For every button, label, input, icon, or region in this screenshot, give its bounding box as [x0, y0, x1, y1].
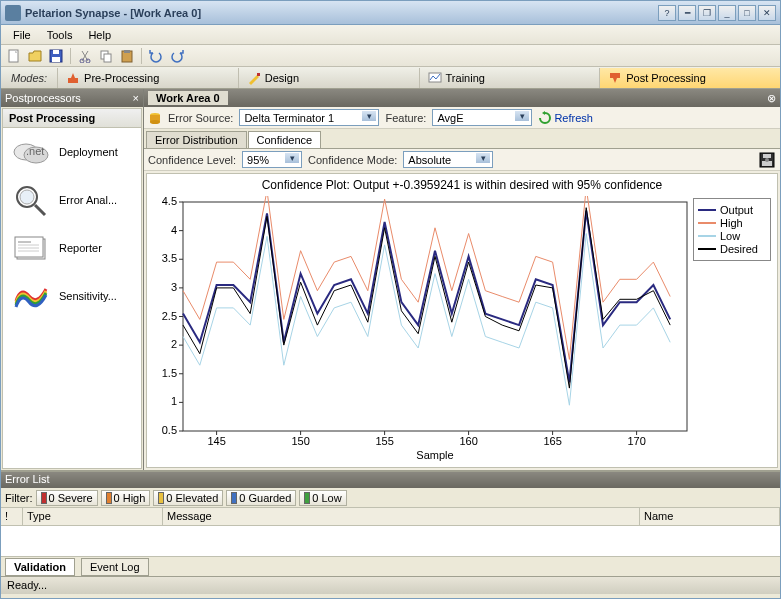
save-icon[interactable] — [47, 47, 65, 65]
conf-mode-label: Confidence Mode: — [308, 154, 397, 166]
subtab-error-distribution[interactable]: Error Distribution — [146, 131, 247, 148]
copy-icon[interactable] — [97, 47, 115, 65]
chart: Confidence Plot: Output +-0.3959241 is w… — [146, 173, 778, 468]
sidebar: Postprocessors × Post Processing .net De… — [1, 89, 144, 470]
filter-high[interactable]: 0 High — [101, 490, 151, 506]
cut-icon[interactable] — [76, 47, 94, 65]
sidebar-item-error-analysis[interactable]: Error Anal... — [3, 176, 141, 224]
redo-icon[interactable] — [168, 47, 186, 65]
svg-text:.net: .net — [26, 145, 44, 157]
sensitivity-icon — [9, 278, 53, 314]
filter-severe[interactable]: 0 Severe — [36, 490, 98, 506]
menu-help[interactable]: Help — [80, 27, 119, 43]
mode-preprocessing[interactable]: Pre-Processing — [57, 68, 238, 88]
deployment-icon: .net — [9, 134, 53, 170]
filter-label: Filter: — [5, 492, 33, 504]
sidebar-close-icon[interactable]: × — [133, 92, 139, 104]
legend-high: High — [698, 217, 766, 229]
chart-legend: OutputHighLowDesired — [693, 198, 771, 261]
filter-guarded[interactable]: 0 Guarded — [226, 490, 296, 506]
col-bang[interactable]: ! — [1, 508, 23, 525]
svg-point-18 — [20, 190, 34, 204]
disk-icon[interactable] — [758, 151, 776, 169]
maximize-button[interactable]: □ — [738, 5, 756, 21]
sidebar-item-sensitivity[interactable]: Sensitivity... — [3, 272, 141, 320]
legend-desired: Desired — [698, 243, 766, 255]
mode-training[interactable]: Training — [419, 68, 600, 88]
minimize-button[interactable]: ━ — [678, 5, 696, 21]
svg-text:1.5: 1.5 — [162, 367, 177, 379]
conf-level-select[interactable]: 95% — [242, 151, 302, 168]
subtab-confidence[interactable]: Confidence — [248, 131, 322, 148]
restore-button[interactable]: ❐ — [698, 5, 716, 21]
subtabs: Error Distribution Confidence — [144, 129, 780, 149]
legend-low: Low — [698, 230, 766, 242]
app-icon — [5, 5, 21, 21]
feature-select[interactable]: AvgE — [432, 109, 532, 126]
refresh-button[interactable]: Refresh — [538, 111, 593, 125]
sidebar-item-reporter[interactable]: Reporter — [3, 224, 141, 272]
toolbar — [1, 45, 780, 67]
svg-text:4.5: 4.5 — [162, 196, 177, 207]
svg-rect-11 — [257, 73, 260, 76]
svg-text:2: 2 — [171, 338, 177, 350]
confidence-row: Confidence Level: 95% Confidence Mode: A… — [144, 149, 780, 171]
feature-label: Feature: — [385, 112, 426, 124]
svg-text:1: 1 — [171, 395, 177, 407]
new-icon[interactable] — [5, 47, 23, 65]
svg-point-32 — [765, 158, 769, 162]
main-area: Postprocessors × Post Processing .net De… — [1, 89, 780, 470]
chart-title: Confidence Plot: Output +-0.3959241 is w… — [147, 174, 777, 196]
error-list: Error List Filter: 0 Severe0 High0 Eleva… — [1, 470, 780, 576]
svg-rect-10 — [68, 78, 78, 83]
conf-mode-select[interactable]: Absolute — [403, 151, 493, 168]
pin-icon[interactable]: ⊗ — [767, 92, 776, 105]
menu-tools[interactable]: Tools — [39, 27, 81, 43]
titlebar: Peltarion Synapse - [Work Area 0] ? ━ ❐ … — [1, 1, 780, 25]
svg-rect-9 — [124, 50, 130, 53]
content-tabbar: Work Area 0 ⊗ — [144, 89, 780, 107]
tab-event-log[interactable]: Event Log — [81, 558, 149, 576]
help-button[interactable]: ? — [658, 5, 676, 21]
menubar: File Tools Help — [1, 25, 780, 45]
paste-icon[interactable] — [118, 47, 136, 65]
error-source-select[interactable]: Delta Terminator 1 — [239, 109, 379, 126]
error-table-header: ! Type Message Name — [1, 508, 780, 526]
statusbar: Ready... — [1, 576, 780, 594]
svg-rect-13 — [610, 73, 620, 78]
filter-elevated[interactable]: 0 Elevated — [153, 490, 223, 506]
svg-text:150: 150 — [291, 435, 309, 447]
open-icon[interactable] — [26, 47, 44, 65]
close-button[interactable]: ✕ — [758, 5, 776, 21]
work-area-tab[interactable]: Work Area 0 — [148, 91, 228, 105]
error-source-label: Error Source: — [168, 112, 233, 124]
db-icon — [148, 111, 162, 125]
svg-text:Sample: Sample — [416, 449, 453, 461]
svg-text:170: 170 — [627, 435, 645, 447]
minimize2-button[interactable]: _ — [718, 5, 736, 21]
newspaper-icon — [9, 230, 53, 266]
svg-text:0.5: 0.5 — [162, 424, 177, 436]
col-message[interactable]: Message — [163, 508, 640, 525]
modes-label: Modes: — [1, 72, 57, 84]
undo-icon[interactable] — [147, 47, 165, 65]
col-type[interactable]: Type — [23, 508, 163, 525]
filter-low[interactable]: 0 Low — [299, 490, 346, 506]
mode-postprocessing[interactable]: Post Processing — [599, 68, 780, 88]
mode-design[interactable]: Design — [238, 68, 419, 88]
svg-rect-31 — [763, 154, 771, 158]
svg-text:145: 145 — [207, 435, 225, 447]
svg-rect-3 — [53, 50, 59, 54]
svg-text:3: 3 — [171, 281, 177, 293]
svg-line-19 — [35, 205, 45, 215]
tab-validation[interactable]: Validation — [5, 558, 75, 576]
svg-point-28 — [150, 120, 160, 124]
legend-output: Output — [698, 204, 766, 216]
chart-plot: 0.511.522.533.544.5145150155160165170Sam… — [153, 196, 693, 461]
sidebar-item-deployment[interactable]: .net Deployment — [3, 128, 141, 176]
content: Work Area 0 ⊗ Error Source: Delta Termin… — [144, 89, 780, 470]
menu-file[interactable]: File — [5, 27, 39, 43]
col-name[interactable]: Name — [640, 508, 780, 525]
window-title: Peltarion Synapse - [Work Area 0] — [25, 7, 658, 19]
conf-level-label: Confidence Level: — [148, 154, 236, 166]
